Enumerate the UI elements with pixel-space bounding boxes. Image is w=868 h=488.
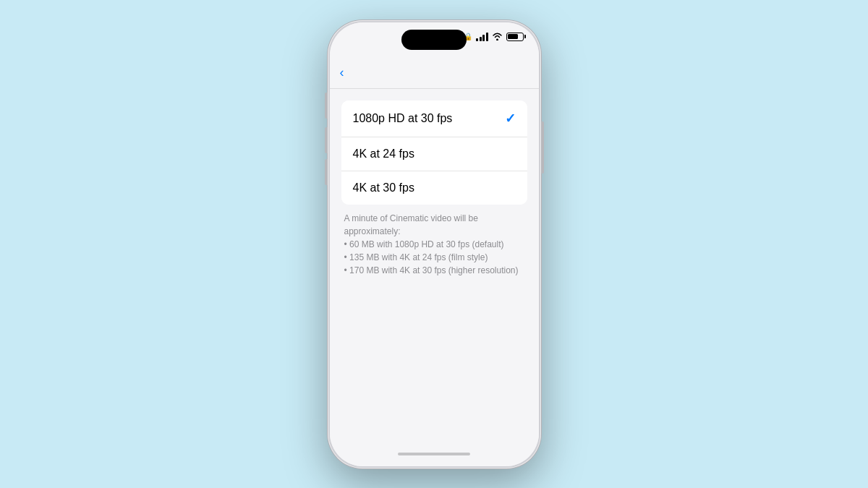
- home-bar: [398, 453, 470, 455]
- option-label: 4K at 24 fps: [353, 147, 516, 160]
- phone-frame: 🔒: [328, 20, 541, 468]
- info-text-block: A minute of Cinematic video will be appr…: [341, 212, 527, 277]
- dynamic-island: [401, 30, 467, 50]
- option-item[interactable]: 4K at 24 fps: [341, 137, 527, 171]
- phone-screen: 🔒: [330, 22, 539, 466]
- battery-icon: [506, 33, 526, 41]
- options-list: 1080p HD at 30 fps✓4K at 24 fps4K at 30 …: [341, 100, 527, 205]
- option-item[interactable]: 1080p HD at 30 fps✓: [341, 100, 527, 137]
- wifi-icon: [492, 33, 503, 40]
- status-icons: 🔒: [464, 33, 526, 41]
- info-bullets: • 60 MB with 1080p HD at 30 fps (default…: [344, 238, 524, 277]
- content-area: 1080p HD at 30 fps✓4K at 24 fps4K at 30 …: [330, 89, 539, 442]
- option-item[interactable]: 4K at 30 fps: [341, 171, 527, 205]
- signal-bars-icon: [476, 33, 488, 41]
- status-bar: 🔒: [330, 22, 539, 57]
- navigation-bar: ‹: [330, 57, 539, 89]
- info-intro: A minute of Cinematic video will be appr…: [344, 212, 524, 238]
- chevron-left-icon: ‹: [340, 66, 344, 79]
- option-label: 1080p HD at 30 fps: [353, 112, 505, 125]
- checkmark-icon: ✓: [505, 111, 516, 127]
- option-label: 4K at 30 fps: [353, 181, 516, 194]
- back-button[interactable]: ‹: [340, 67, 346, 79]
- home-indicator: [330, 442, 539, 466]
